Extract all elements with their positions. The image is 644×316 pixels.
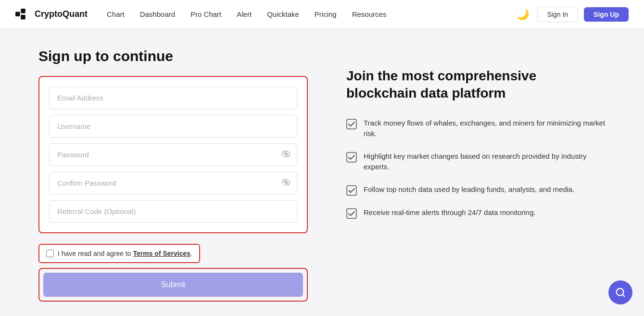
terms-period: . (190, 250, 192, 257)
referral-wrapper (49, 200, 297, 223)
check-icon-4 (346, 208, 357, 219)
theme-toggle-button[interactable]: 🌙 (514, 6, 531, 23)
svg-rect-1 (21, 9, 25, 13)
info-title: Join the most comprehensive blockchain d… (346, 67, 606, 102)
confirm-password-input[interactable] (49, 172, 297, 194)
username-wrapper (49, 115, 297, 138)
password-input[interactable] (49, 143, 297, 166)
brand-name: CryptoQuant (35, 9, 88, 19)
info-feature-4: Receive real-time alerts through 24/7 da… (346, 207, 606, 219)
info-feature-text-4: Receive real-time alerts through 24/7 da… (364, 207, 536, 218)
terms-prefix-text: I have read and agree to (58, 250, 133, 257)
confirm-password-wrapper (49, 172, 297, 194)
svg-line-12 (622, 294, 624, 296)
info-features-list: Track money flows of whales, exchanges, … (346, 118, 606, 219)
terms-link[interactable]: Terms of Services (133, 250, 190, 257)
signup-form-section: Sign up to continue (38, 48, 308, 302)
info-feature-text-2: Highlight key market changes based on re… (364, 151, 606, 173)
nav-right: 🌙 Sign In Sign Up (514, 6, 629, 23)
info-feature-text-3: Follow top notch data used by leading fu… (364, 184, 575, 195)
svg-rect-2 (21, 14, 25, 19)
referral-input[interactable] (49, 200, 297, 223)
nav-quicktake[interactable]: Quicktake (267, 10, 299, 18)
nav-chart[interactable]: Chart (107, 10, 125, 18)
nav-alert[interactable]: Alert (237, 10, 252, 18)
username-input[interactable] (49, 115, 297, 138)
sign-in-button[interactable]: Sign In (537, 7, 579, 22)
submit-button[interactable]: Submit (43, 273, 303, 297)
submit-box: Submit (38, 268, 308, 302)
form-title: Sign up to continue (38, 48, 308, 64)
terms-checkbox[interactable] (46, 250, 54, 257)
email-wrapper (49, 87, 297, 109)
info-feature-2: Highlight key market changes based on re… (346, 151, 606, 173)
password-wrapper (49, 143, 297, 166)
nav-pro-chart[interactable]: Pro Chart (190, 10, 221, 18)
main-content: Sign up to continue (0, 29, 644, 316)
form-fields-box (38, 76, 308, 233)
info-feature-3: Follow top notch data used by leading fu… (346, 184, 606, 196)
email-input[interactable] (49, 87, 297, 109)
check-icon-2 (346, 152, 357, 163)
nav-dashboard[interactable]: Dashboard (140, 10, 175, 18)
terms-agreement-box: I have read and agree to Terms of Servic… (38, 244, 200, 263)
password-toggle-button[interactable] (282, 150, 290, 160)
confirm-password-toggle-button[interactable] (282, 178, 290, 189)
check-icon-1 (346, 119, 357, 129)
info-section: Join the most comprehensive blockchain d… (346, 48, 606, 219)
chat-support-button[interactable] (608, 280, 632, 304)
info-feature-1: Track money flows of whales, exchanges, … (346, 118, 606, 139)
svg-rect-0 (15, 12, 20, 16)
nav-resources[interactable]: Resources (352, 10, 387, 18)
info-feature-text-1: Track money flows of whales, exchanges, … (364, 118, 606, 139)
check-icon-3 (346, 185, 357, 196)
nav-links: Chart Dashboard Pro Chart Alert Quicktak… (107, 10, 514, 18)
terms-label: I have read and agree to Terms of Servic… (58, 250, 192, 257)
logo[interactable]: CryptoQuant (15, 9, 88, 20)
nav-pricing[interactable]: Pricing (315, 10, 337, 18)
navbar: CryptoQuant Chart Dashboard Pro Chart Al… (0, 0, 644, 29)
sign-up-button[interactable]: Sign Up (584, 7, 629, 22)
